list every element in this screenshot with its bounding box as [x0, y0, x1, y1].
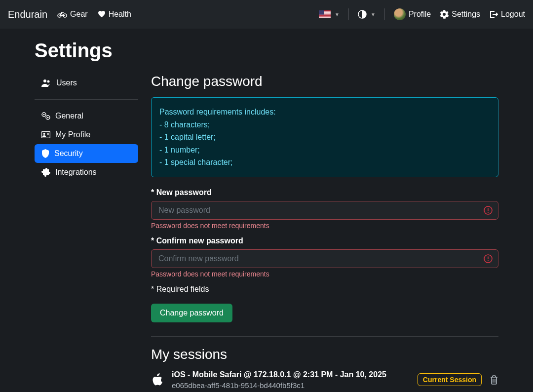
svg-rect-8	[319, 17, 331, 18]
divider	[384, 8, 385, 20]
sidebar-item-integrations[interactable]: Integrations	[35, 163, 138, 182]
error-icon	[484, 206, 493, 215]
new-password-label: * New password	[151, 188, 498, 197]
svg-point-12	[47, 80, 50, 83]
nav-settings[interactable]: Settings	[440, 10, 480, 19]
language-menu[interactable]: ▼	[319, 10, 340, 18]
sidebar-item-profile[interactable]: My Profile	[35, 125, 138, 144]
new-password-wrap	[151, 201, 498, 220]
sidebar-item-security[interactable]: Security	[35, 144, 138, 163]
theme-menu[interactable]: ▼	[358, 10, 376, 19]
sidebar-item-label: Users	[56, 78, 77, 87]
new-password-error: Password does not meet requirements	[151, 222, 498, 230]
shield-icon	[41, 149, 49, 158]
heart-icon	[98, 11, 106, 18]
session-info: iOS - Mobile Safari @ 172.18.0.1 @ 2:31 …	[172, 370, 410, 390]
nav-profile[interactable]: Profile	[394, 8, 431, 20]
svg-rect-9	[319, 10, 324, 15]
puzzle-icon	[41, 168, 50, 177]
sessions-title: My sessions	[151, 347, 498, 362]
nav-health[interactable]: Health	[98, 10, 131, 19]
flag-us-icon	[319, 10, 331, 18]
divider	[151, 336, 498, 337]
delete-session-button[interactable]	[490, 375, 498, 385]
change-password-title: Change password	[151, 74, 498, 89]
nav-settings-label: Settings	[452, 10, 480, 19]
nav-logout[interactable]: Logout	[489, 10, 525, 19]
session-title: iOS - Mobile Safari @ 172.18.0.1 @ 2:31 …	[172, 370, 410, 379]
sidebar-item-general[interactable]: General	[35, 107, 138, 125]
session-id: e065dbea-aff5-481b-9514-bd440fb5f3c1	[172, 381, 410, 390]
session-row: iOS - Mobile Safari @ 172.18.0.1 @ 2:31 …	[151, 370, 498, 390]
required-note: * Required fields	[151, 285, 498, 294]
gears-icon	[41, 112, 50, 120]
svg-rect-6	[319, 15, 331, 15]
chevron-down-icon: ▼	[371, 12, 376, 17]
svg-point-14	[43, 114, 45, 116]
req-line: - 1 capital letter;	[159, 131, 490, 144]
confirm-password-input[interactable]	[151, 249, 498, 268]
id-card-icon	[41, 131, 50, 138]
nav-health-label: Health	[109, 10, 131, 19]
gear-icon	[440, 10, 449, 19]
nav-profile-label: Profile	[409, 10, 431, 19]
brand[interactable]: Endurain	[8, 9, 47, 20]
sidebar-item-users[interactable]: Users	[35, 74, 138, 92]
page-title: Settings	[35, 39, 498, 62]
nav-gear[interactable]: Gear	[57, 10, 88, 19]
confirm-password-error: Password does not meet requirements	[151, 270, 498, 278]
req-line: - 8 characters;	[159, 118, 490, 131]
svg-rect-7	[319, 16, 331, 16]
change-password-button[interactable]: Change password	[151, 304, 232, 322]
req-header: Password requirements includes:	[159, 106, 490, 118]
req-line: - 1 number;	[159, 144, 490, 157]
nav-logout-label: Logout	[501, 10, 525, 19]
svg-point-18	[43, 133, 45, 135]
sidebar-group-admin: Users	[35, 74, 138, 100]
nav-left: Endurain Gear Health	[8, 9, 131, 20]
bike-icon	[57, 11, 67, 18]
trash-icon	[490, 375, 498, 385]
contrast-icon	[358, 10, 367, 19]
nav-right: ▼ ▼ Profile Settings Logout	[319, 8, 525, 20]
chevron-down-icon: ▼	[335, 12, 340, 17]
confirm-password-wrap	[151, 249, 498, 268]
nav-gear-label: Gear	[70, 10, 88, 19]
new-password-input[interactable]	[151, 201, 498, 220]
sidebar-item-label: My Profile	[55, 130, 90, 139]
current-session-badge: Current Session	[418, 373, 482, 386]
users-icon	[41, 79, 51, 87]
apple-icon	[151, 372, 164, 387]
sidebar-item-label: Integrations	[55, 168, 97, 177]
confirm-password-label: * Confirm new password	[151, 236, 498, 245]
svg-point-23	[488, 212, 489, 213]
main-layout: Users General My Profile Security	[35, 74, 498, 390]
sidebar-item-label: Security	[54, 149, 83, 158]
avatar	[394, 8, 406, 20]
svg-point-26	[488, 260, 489, 261]
logout-icon	[489, 10, 498, 18]
divider	[348, 8, 349, 20]
main-column: Change password Password requirements in…	[151, 74, 498, 390]
svg-point-11	[43, 79, 46, 82]
navbar: Endurain Gear Health ▼ ▼ Profile Setting…	[0, 0, 533, 29]
password-requirements-box: Password requirements includes: - 8 char…	[151, 97, 498, 177]
content: Settings Users General My Profile	[0, 29, 533, 392]
sidebar-group-user: General My Profile Security Integrations	[35, 107, 138, 189]
svg-point-16	[47, 117, 49, 118]
req-line: - 1 special character;	[159, 156, 490, 169]
sidebar: Users General My Profile Security	[35, 74, 138, 390]
error-icon	[484, 254, 493, 263]
sidebar-item-label: General	[55, 112, 83, 120]
